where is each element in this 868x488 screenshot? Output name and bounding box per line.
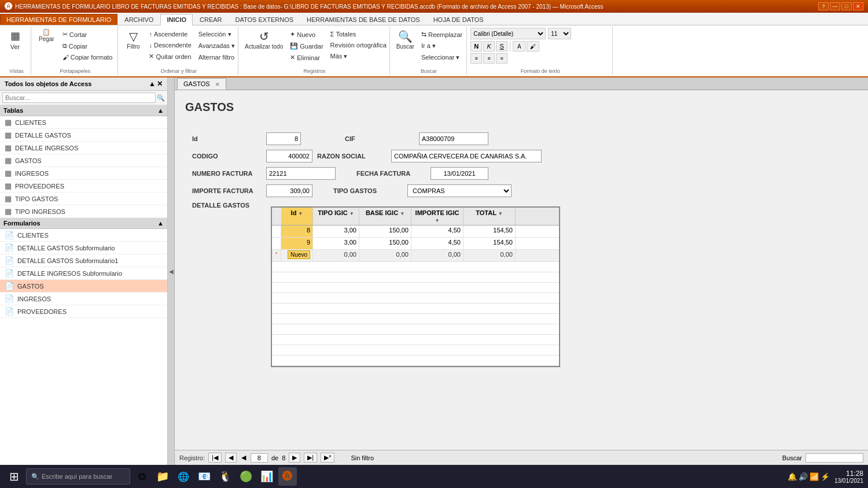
section-formularios[interactable]: Formularios ▲ — [0, 218, 167, 229]
col-header-id[interactable]: Id ▼ — [281, 208, 313, 225]
ribbon-btn-buscar[interactable]: 🔍 Buscar — [393, 28, 417, 51]
nav-first-button[interactable]: |◀ — [208, 453, 222, 463]
ribbon-btn-reemplazar[interactable]: ⇆ Reemplazar — [418, 29, 465, 40]
nav-search-input[interactable] — [806, 453, 863, 463]
sidebar-search-input[interactable] — [2, 93, 156, 103]
font-family-select[interactable]: Calibri (Detalle) — [470, 28, 546, 39]
sidebar-item-clientes[interactable]: ▦ CLIENTES — [0, 116, 167, 129]
id-input[interactable] — [266, 132, 301, 145]
minimize-button[interactable]: — — [830, 2, 840, 10]
cell-total-2[interactable]: 154,50 — [464, 238, 516, 249]
sidebar-item-gastos-form[interactable]: 📄 GASTOS — [0, 280, 167, 293]
underline-button[interactable]: S — [496, 41, 507, 51]
fecha-factura-input[interactable] — [431, 167, 488, 180]
cell-total-new[interactable]: 0,00 — [464, 250, 516, 261]
sidebar-item-gastos[interactable]: ▦ GASTOS — [0, 154, 167, 167]
sidebar-item-tipo-ingresos[interactable]: ▦ TIPO INGRESOS — [0, 205, 167, 218]
font-size-select[interactable]: 11 — [548, 28, 571, 39]
start-button[interactable]: ⊞ — [5, 467, 24, 486]
cell-tipo-2[interactable]: 3,00 — [313, 238, 359, 249]
sidebar-item-detalle-gastos-sub1[interactable]: 📄 DETALLE GASTOS Subformulario1 — [0, 254, 167, 267]
importe-input[interactable] — [266, 184, 312, 197]
taskbar-search[interactable]: 🔍 Escribe aquí para buscar — [26, 468, 130, 485]
sidebar-collapse-icon[interactable]: ▲ — [149, 80, 156, 88]
tab-datos-externos[interactable]: DATOS EXTERNOS — [229, 14, 300, 25]
sidebar-item-detalle-ingresos[interactable]: ▦ DETALLE INGRESOS — [0, 142, 167, 154]
col-header-importe-igic[interactable]: IMPORTE IGIC ▼ — [411, 208, 464, 225]
ribbon-btn-filtro[interactable]: ▽ Filtro — [122, 28, 145, 51]
align-right-button[interactable]: ≡ — [496, 53, 507, 64]
ribbon-btn-mas[interactable]: Más ▾ — [328, 51, 389, 62]
taskbar-icon-email[interactable]: 📧 — [195, 467, 214, 486]
taskbar-icon-edge[interactable]: 🌐 — [174, 467, 193, 486]
cell-base-2[interactable]: 150,00 — [359, 238, 411, 249]
align-center-button[interactable]: ≡ — [483, 53, 495, 64]
taskbar-icon-file-explorer[interactable]: 📁 — [153, 467, 172, 486]
sidebar-toggle[interactable]: ◀ — [168, 77, 175, 465]
nav-prev-button[interactable]: ◀ — [225, 453, 237, 463]
close-button[interactable]: ✕ — [853, 2, 863, 10]
ribbon-btn-totales[interactable]: Σ Totales — [328, 29, 389, 39]
ribbon-btn-ascendente[interactable]: ↑ Ascendente — [146, 29, 194, 39]
search-icon[interactable]: 🔍 — [157, 94, 165, 102]
doc-tab-gastos[interactable]: GASTOS ✕ — [177, 78, 226, 90]
taskbar-icon-task-view[interactable]: ⧉ — [133, 467, 151, 486]
ribbon-btn-descendente[interactable]: ↓ Descendente — [146, 40, 194, 50]
ribbon-btn-eliminar[interactable]: ✕ Eliminar — [287, 52, 326, 63]
cell-importe-new[interactable]: 0,00 — [411, 250, 464, 261]
razon-social-input[interactable] — [391, 150, 542, 162]
ribbon-btn-revision[interactable]: Revisión ortográfica — [328, 40, 389, 50]
sidebar-item-proveedores-form[interactable]: 📄 PROVEEDORES — [0, 305, 167, 318]
tab-inicio[interactable]: INICIO — [160, 14, 193, 25]
ribbon-btn-quitar-orden[interactable]: ✕ Quitar orden — [146, 51, 194, 62]
doc-tab-close-icon[interactable]: ✕ — [215, 82, 220, 87]
font-color-button[interactable]: A — [513, 41, 525, 51]
ribbon-btn-copiar[interactable]: ⧉ Copiar — [60, 40, 116, 51]
ribbon-btn-guardar[interactable]: 💾 Guardar — [287, 40, 326, 51]
ribbon-btn-seleccionar[interactable]: Seleccionar ▾ — [418, 52, 465, 63]
ribbon-btn-seleccion[interactable]: Selección ▾ — [196, 29, 238, 40]
tab-archivo[interactable]: ARCHIVO — [118, 14, 160, 25]
bold-button[interactable]: N — [470, 41, 482, 51]
taskbar-icon-app1[interactable]: 🐧 — [216, 467, 234, 486]
col-header-tipo-igic[interactable]: TIPO IGIC ▼ — [313, 208, 359, 225]
section-tablas[interactable]: Tablas ▲ — [0, 105, 167, 116]
cell-base-new[interactable]: 0,00 — [359, 250, 411, 261]
num-factura-input[interactable] — [266, 167, 336, 180]
sidebar-item-ingresos-form[interactable]: 📄 INGRESOS — [0, 293, 167, 305]
sidebar-item-detalle-gastos-sub[interactable]: 📄 DETALLE GASTOS Subformulario — [0, 242, 167, 254]
cell-total-1[interactable]: 154,50 — [464, 225, 516, 237]
ribbon-btn-pegar[interactable]: 📋 Pegar — [35, 28, 58, 43]
sidebar-item-detalle-ingresos-sub[interactable]: 📄 DETALLE INGRESOS Subformulario — [0, 267, 167, 280]
ribbon-btn-nuevo[interactable]: ✦ Nuevo — [287, 29, 326, 40]
cell-base-1[interactable]: 150,00 — [359, 225, 411, 237]
ribbon-btn-ver[interactable]: ▦ Ver — [5, 28, 25, 52]
align-left-button[interactable]: ≡ — [470, 53, 482, 64]
tab-crear[interactable]: CREAR — [193, 14, 229, 25]
sidebar-close-icon[interactable]: ✕ — [157, 80, 163, 88]
nav-new-button[interactable]: ▶* — [321, 453, 334, 463]
ribbon-btn-cortar[interactable]: ✂ Cortar — [60, 29, 116, 40]
sidebar-item-ingresos[interactable]: ▦ INGRESOS — [0, 167, 167, 180]
cell-tipo-1[interactable]: 3,00 — [313, 225, 359, 237]
help-button[interactable]: ? — [818, 2, 829, 10]
tab-hoja-datos[interactable]: HOJA DE DATOS — [427, 14, 490, 25]
nav-current-input[interactable] — [251, 453, 268, 463]
taskbar-icon-access[interactable]: 🅐 — [278, 467, 297, 486]
sidebar-item-proveedores[interactable]: ▦ PROVEEDORES — [0, 180, 167, 193]
cell-id-new[interactable]: Nuevo — [281, 250, 313, 261]
maximize-button[interactable]: □ — [841, 2, 852, 10]
nav-next-button[interactable]: ▶ — [289, 453, 300, 463]
cell-id-2[interactable]: 9 — [281, 238, 313, 249]
sidebar-item-detalle-gastos[interactable]: ▦ DETALLE GASTOS — [0, 129, 167, 142]
cell-importe-1[interactable]: 4,50 — [411, 225, 464, 237]
col-header-total[interactable]: TOTAL ▼ — [464, 208, 516, 225]
cell-tipo-new[interactable]: 0,00 — [313, 250, 359, 261]
ribbon-btn-actualizar[interactable]: ↺ Actualizar todo — [242, 28, 286, 51]
cell-importe-2[interactable]: 4,50 — [411, 238, 464, 249]
taskbar-icon-excel[interactable]: 📊 — [258, 467, 276, 486]
ribbon-btn-ir-a[interactable]: Ir a ▾ — [418, 40, 465, 51]
tipo-gastos-select[interactable]: COMPRAS SERVICIOS OTROS — [407, 184, 512, 197]
nav-last-button[interactable]: ▶| — [304, 453, 317, 463]
ribbon-btn-alternar[interactable]: Alternar filtro — [196, 52, 238, 62]
